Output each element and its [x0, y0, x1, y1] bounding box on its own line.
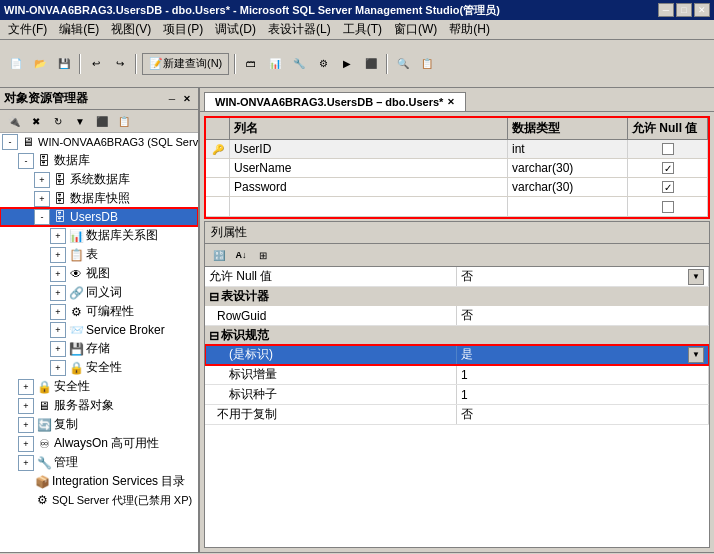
new-query-button[interactable]: 📝 新建查询(N) — [142, 53, 229, 75]
empty-nullable-checkbox[interactable] — [662, 201, 674, 213]
username-name[interactable]: UserName — [230, 159, 508, 177]
tree-stop-btn[interactable]: ⬛ — [92, 112, 112, 130]
properties-tab-label[interactable]: 列属性 — [211, 224, 247, 241]
tree-server-objects[interactable]: + 🖥 服务器对象 — [0, 396, 198, 415]
prog-expand[interactable]: + — [50, 304, 66, 320]
toolbar-btn8[interactable]: 📋 — [416, 53, 438, 75]
databases-expand[interactable]: - — [18, 153, 34, 169]
tree-system-databases[interactable]: + 🗄 系统数据库 — [0, 170, 198, 189]
grid-row-userid[interactable]: 🔑 UserID int — [206, 140, 708, 159]
empty-name[interactable] — [230, 197, 508, 216]
tree-usersdb[interactable]: - 🗄 UsersDB — [0, 208, 198, 226]
username-type[interactable]: varchar(30) — [508, 159, 628, 177]
username-nullable[interactable]: ✓ — [628, 159, 708, 177]
tree-container[interactable]: - 🖥 WIN-ONVAA6BRAG3 (SQL Server 11.0.2..… — [0, 133, 198, 552]
menu-table-designer[interactable]: 表设计器(L) — [262, 19, 337, 40]
sys-db-expand[interactable]: + — [34, 172, 50, 188]
userid-type[interactable]: int — [508, 140, 628, 158]
tree-databases[interactable]: - 🗄 数据库 — [0, 151, 198, 170]
empty-nullable[interactable] — [628, 197, 708, 216]
panel-close-button[interactable]: ✕ — [180, 92, 194, 106]
toolbar-open[interactable]: 📂 — [29, 53, 51, 75]
panel-pin-button[interactable]: ─ — [165, 92, 179, 106]
prop-rowguid-value[interactable]: 否 — [457, 306, 709, 325]
tree-snapshots[interactable]: + 🗄 数据库快照 — [0, 189, 198, 208]
usersdb-expand[interactable]: - — [34, 209, 50, 225]
menu-file[interactable]: 文件(F) — [2, 19, 53, 40]
toolbar-btn5[interactable]: ▶ — [336, 53, 358, 75]
table-designer-tab[interactable]: WIN-ONVAA6BRAG3.UsersDB – dbo.Users* ✕ — [204, 92, 466, 111]
tree-integration-services[interactable]: 📦 Integration Services 目录 — [0, 472, 198, 491]
tree-alwayson[interactable]: + ♾ AlwaysOn 高可用性 — [0, 434, 198, 453]
toolbar-undo[interactable]: ↩ — [85, 53, 107, 75]
menu-view[interactable]: 视图(V) — [105, 19, 157, 40]
tree-new-btn[interactable]: 📋 — [114, 112, 134, 130]
collapse-table-designer-icon[interactable]: ⊟ — [209, 290, 219, 304]
toolbar-btn2[interactable]: 📊 — [264, 53, 286, 75]
menu-debug[interactable]: 调试(D) — [209, 19, 262, 40]
prop-expand-btn[interactable]: ⊞ — [253, 246, 273, 264]
tree-views[interactable]: + 👁 视图 — [0, 264, 198, 283]
prop-seed-value[interactable]: 1 — [457, 385, 709, 404]
tree-filter-btn[interactable]: ▼ — [70, 112, 90, 130]
prop-identity-value[interactable]: 是 ▼ — [457, 345, 709, 364]
grid-row-empty[interactable] — [206, 197, 708, 217]
minimize-button[interactable]: ─ — [658, 3, 674, 17]
broker-expand[interactable]: + — [50, 322, 66, 338]
toolbar-btn3[interactable]: 🔧 — [288, 53, 310, 75]
mgmt-expand[interactable]: + — [18, 455, 34, 471]
security-db-expand[interactable]: + — [50, 360, 66, 376]
menu-project[interactable]: 项目(P) — [157, 19, 209, 40]
snapshots-expand[interactable]: + — [34, 191, 50, 207]
server-obj-expand[interactable]: + — [18, 398, 34, 414]
toolbar-save[interactable]: 💾 — [53, 53, 75, 75]
prop-sort-btn[interactable]: 🔡 — [209, 246, 229, 264]
menu-help[interactable]: 帮助(H) — [443, 19, 496, 40]
toolbar-btn6[interactable]: ⬛ — [360, 53, 382, 75]
prop-no-replication-value[interactable]: 否 — [457, 405, 709, 424]
tree-connect-btn[interactable]: 🔌 — [4, 112, 24, 130]
diagrams-expand[interactable]: + — [50, 228, 66, 244]
tab-close-icon[interactable]: ✕ — [447, 97, 455, 107]
userid-name[interactable]: UserID — [230, 140, 508, 158]
password-nullable-checkbox[interactable]: ✓ — [662, 181, 674, 193]
tables-expand[interactable]: + — [50, 247, 66, 263]
tree-tables[interactable]: + 📋 表 — [0, 245, 198, 264]
password-type[interactable]: varchar(30) — [508, 178, 628, 196]
null-dropdown-arrow[interactable]: ▼ — [688, 269, 704, 285]
prop-az-btn[interactable]: A↓ — [231, 246, 251, 264]
toolbar-btn4[interactable]: ⚙ — [312, 53, 334, 75]
maximize-button[interactable]: □ — [676, 3, 692, 17]
security-top-expand[interactable]: + — [18, 379, 34, 395]
close-button[interactable]: ✕ — [694, 3, 710, 17]
tree-diagrams[interactable]: + 📊 数据库关系图 — [0, 226, 198, 245]
tree-storage[interactable]: + 💾 存储 — [0, 339, 198, 358]
tree-refresh-btn[interactable]: ↻ — [48, 112, 68, 130]
menu-edit[interactable]: 编辑(E) — [53, 19, 105, 40]
toolbar-new-file[interactable]: 📄 — [5, 53, 27, 75]
tree-disconnect-btn[interactable]: ✖ — [26, 112, 46, 130]
collapse-identity-icon[interactable]: ⊟ — [209, 329, 219, 343]
tree-synonyms[interactable]: + 🔗 同义词 — [0, 283, 198, 302]
prop-increment-value[interactable]: 1 — [457, 365, 709, 384]
tree-service-broker[interactable]: + 📨 Service Broker — [0, 321, 198, 339]
views-expand[interactable]: + — [50, 266, 66, 282]
synonyms-expand[interactable]: + — [50, 285, 66, 301]
alwayson-expand[interactable]: + — [18, 436, 34, 452]
userid-nullable[interactable] — [628, 140, 708, 158]
userid-nullable-checkbox[interactable] — [662, 143, 674, 155]
prop-identity-row[interactable]: (是标识) 是 ▼ — [205, 345, 709, 365]
grid-row-username[interactable]: UserName varchar(30) ✓ — [206, 159, 708, 178]
replication-expand[interactable]: + — [18, 417, 34, 433]
tree-replication[interactable]: + 🔄 复制 — [0, 415, 198, 434]
storage-expand[interactable]: + — [50, 341, 66, 357]
empty-type[interactable] — [508, 197, 628, 216]
tree-management[interactable]: + 🔧 管理 — [0, 453, 198, 472]
identity-dropdown-arrow[interactable]: ▼ — [688, 347, 704, 363]
menu-window[interactable]: 窗口(W) — [388, 19, 443, 40]
toolbar-btn1[interactable]: 🗃 — [240, 53, 262, 75]
tree-programmability[interactable]: + ⚙ 可编程性 — [0, 302, 198, 321]
menu-tools[interactable]: 工具(T) — [337, 19, 388, 40]
tree-sql-agent[interactable]: ⚙ SQL Server 代理(已禁用 XP) — [0, 491, 198, 509]
password-name[interactable]: Password — [230, 178, 508, 196]
